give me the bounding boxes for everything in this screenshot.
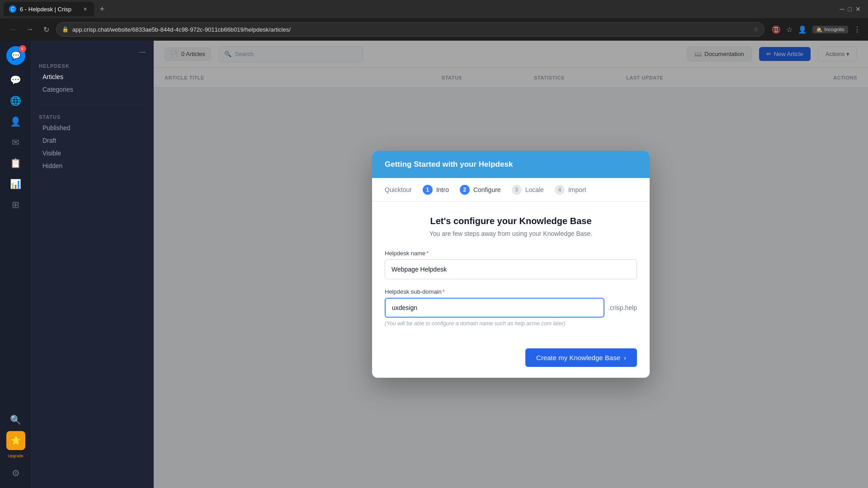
create-kb-arrow: › [624,354,626,361]
helpdesk-name-input[interactable] [385,259,637,279]
import-number: 4 [555,185,565,195]
sidebar: 💬 6 💬 🌐 👤 ✉ 📋 📊 ⊞ 🔍 ⭐ Upgrade ⚙ [0,41,32,488]
collapse-panel-button[interactable]: — [139,48,146,56]
helpdesk-section-title: HELPDESK [39,63,146,69]
nav-hidden[interactable]: Hidden [39,160,146,172]
star-icon[interactable]: ☆ [754,26,759,33]
panel-divider [39,105,146,105]
helpdesk-name-label: Helpdesk name* [385,250,637,257]
modal: Getting Started with your Helpdesk Quick… [372,151,650,378]
camera-off-icon: 📵 [772,25,781,34]
subdomain-suffix: .crisp.help [608,304,637,311]
helpdesk-name-group: Helpdesk name* [385,250,637,279]
modal-body-title: Let's configure your Knowledge Base [385,216,637,226]
sidebar-item-analytics[interactable]: 📊 [6,174,25,193]
upgrade-button[interactable]: ⭐ [6,431,25,450]
left-panel: — HELPDESK Articles Categories STATUS Pu… [32,41,154,488]
nav-categories[interactable]: Categories [39,83,146,96]
browser-tabs: C 6 - Helpdesk | Crisp ✕ + ─ □ ✕ [0,0,868,18]
tab-intro[interactable]: 1 Intro [423,185,449,195]
forward-button[interactable]: → [24,23,36,36]
new-tab-button[interactable]: + [96,3,108,15]
subdomain-hint: (You will be able to configure a domain … [385,320,637,327]
configure-number: 2 [460,185,470,195]
upgrade-label: Upgrade [8,454,24,458]
nav-published[interactable]: Published [39,122,146,134]
tab-quicktour[interactable]: Quicktour [385,186,412,193]
app-container: 💬 6 💬 🌐 👤 ✉ 📋 📊 ⊞ 🔍 ⭐ Upgrade ⚙ — HELPDE… [0,41,868,488]
menu-icon[interactable]: ⋮ [854,25,861,34]
quicktour-label: Quicktour [385,186,412,193]
nav-articles[interactable]: Articles [39,70,146,83]
browser-nav: ← → ↻ 🔒 app.crisp.chat/website/6833ae5b-… [0,18,868,41]
sidebar-search-button[interactable]: 🔍 [6,410,25,429]
tab-import[interactable]: 4 Import [555,185,586,195]
locale-number: 3 [512,185,522,195]
browser-chrome: C 6 - Helpdesk | Crisp ✕ + ─ □ ✕ ← → ↻ 🔒… [0,0,868,41]
nav-visible[interactable]: Visible [39,147,146,160]
subdomain-input[interactable] [385,298,604,318]
tab-locale[interactable]: 3 Locale [512,185,544,195]
tab-close-button[interactable]: ✕ [81,5,89,13]
avatar[interactable]: 💬 6 [6,46,25,65]
active-tab[interactable]: C 6 - Helpdesk | Crisp ✕ [4,2,94,16]
tab-favicon: C [9,5,16,13]
modal-body: Let's configure your Knowledge Base You … [372,202,650,348]
sidebar-item-users[interactable]: 👤 [6,112,25,131]
subdomain-label: Helpdesk sub-domain* [385,288,637,295]
intro-number: 1 [423,185,433,195]
locale-label: Locale [525,186,544,193]
modal-footer: Create my Knowledge Base › [372,348,650,378]
profile-icon[interactable]: 👤 [798,25,807,34]
avatar-icon: 💬 [11,51,21,61]
status-section-title: STATUS [39,114,146,120]
subdomain-group: Helpdesk sub-domain* .crisp.help (You wi… [385,288,637,327]
browser-actions: 📵 ☆ 👤 🕵 Incognito ⋮ [772,25,861,34]
back-button[interactable]: ← [7,23,20,36]
tab-title: 6 - Helpdesk | Crisp [20,6,71,13]
incognito-badge: 🕵 Incognito [812,26,848,33]
nav-draft[interactable]: Draft [39,134,146,147]
incognito-icon: 🕵 [816,27,822,33]
sidebar-item-helpdesk[interactable]: 📋 [6,154,25,173]
reload-button[interactable]: ↻ [40,23,52,36]
sidebar-item-plugins[interactable]: ⊞ [6,195,25,214]
close-window-button[interactable]: ✕ [855,5,861,13]
intro-label: Intro [436,186,449,193]
sidebar-item-globe[interactable]: 🌐 [6,91,25,110]
create-knowledge-base-button[interactable]: Create my Knowledge Base › [525,348,637,367]
address-text: app.crisp.chat/website/6833ae5b-844d-4c9… [72,26,291,33]
create-kb-label: Create my Knowledge Base [536,354,620,361]
bookmark-icon[interactable]: ☆ [786,25,793,34]
incognito-label: Incognito [824,27,844,32]
configure-label: Configure [473,186,501,193]
modal-tabs: Quicktour 1 Intro 2 Configure 3 Locale [372,178,650,202]
notification-badge: 6 [19,45,26,52]
sidebar-item-campaigns[interactable]: ✉ [6,133,25,152]
modal-overlay[interactable]: Getting Started with your Helpdesk Quick… [154,41,868,488]
main-content: 📄 0 Articles 🔍 Search 📖 Documentation ✏ … [154,41,868,488]
sidebar-item-inbox[interactable]: 💬 [6,70,25,89]
tab-configure[interactable]: 2 Configure [460,185,501,195]
address-bar[interactable]: 🔒 app.crisp.chat/website/6833ae5b-844d-4… [56,22,764,37]
modal-body-subtitle: You are few steps away from using your K… [385,230,637,237]
lock-icon: 🔒 [62,26,69,33]
subdomain-row: .crisp.help [385,298,637,318]
maximize-button[interactable]: □ [848,5,852,13]
modal-header-title: Getting Started with your Helpdesk [385,160,637,169]
import-label: Import [568,186,586,193]
minimize-button[interactable]: ─ [840,5,844,13]
modal-header: Getting Started with your Helpdesk [372,151,650,178]
sidebar-settings-button[interactable]: ⚙ [6,464,25,483]
